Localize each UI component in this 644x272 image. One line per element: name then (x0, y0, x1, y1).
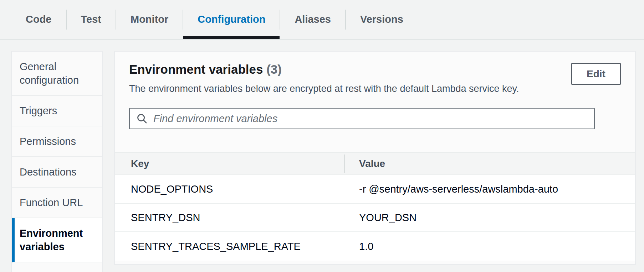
search-icon (136, 113, 148, 124)
configuration-sidebar: General configuration Triggers Permissio… (11, 51, 103, 272)
sidebar-item-triggers[interactable]: Triggers (12, 96, 102, 126)
function-tab-bar: Code Test Monitor Configuration Aliases … (0, 0, 644, 40)
env-var-key: NODE_OPTIONS (115, 183, 344, 195)
env-var-value: 1.0 (344, 241, 635, 252)
page-title: Environment variables (3) (129, 62, 621, 77)
panel-description: The environment variables below are encr… (129, 82, 621, 95)
search-input[interactable] (153, 113, 588, 125)
table-row: SENTRY_TRACES_SAMPLE_RATE 1.0 (115, 232, 635, 261)
tab-configuration[interactable]: Configuration (183, 0, 280, 39)
env-var-key: SENTRY_TRACES_SAMPLE_RATE (115, 241, 344, 252)
sidebar-item-destinations[interactable]: Destinations (12, 157, 102, 188)
tab-test[interactable]: Test (67, 0, 116, 39)
sidebar-item-general-configuration[interactable]: General configuration (12, 52, 102, 96)
lambda-configuration-page: { "tabs": [ { "label": "Code" }, { "labe… (0, 0, 644, 272)
table-row: SENTRY_DSN YOUR_DSN (115, 204, 635, 232)
column-header-key: Key (115, 158, 344, 169)
tab-code[interactable]: Code (11, 0, 66, 39)
sidebar-item-environment-variables[interactable]: Environment variables (12, 218, 102, 262)
sidebar-item-function-url[interactable]: Function URL (12, 188, 102, 218)
panel-header: Environment variables (3) The environmen… (115, 52, 635, 95)
page-title-text: Environment variables (129, 62, 263, 76)
search-box[interactable] (129, 108, 595, 129)
env-var-value: YOUR_DSN (344, 212, 635, 224)
environment-variables-table: Key Value NODE_OPTIONS -r @sentry/aws-se… (115, 152, 635, 261)
table-header-row: Key Value (115, 152, 635, 175)
env-var-value: -r @sentry/aws-serverless/awslambda-auto (344, 183, 635, 195)
tab-versions[interactable]: Versions (346, 0, 418, 39)
environment-variables-panel: Environment variables (3) The environmen… (114, 51, 636, 265)
tab-monitor[interactable]: Monitor (116, 0, 183, 39)
edit-button[interactable]: Edit (571, 63, 621, 85)
search-area (129, 108, 621, 129)
table-row: NODE_OPTIONS -r @sentry/aws-serverless/a… (115, 175, 635, 204)
env-var-key: SENTRY_DSN (115, 212, 344, 224)
column-header-value: Value (344, 158, 635, 169)
tab-aliases[interactable]: Aliases (280, 0, 345, 39)
sidebar-item-tags[interactable]: Tags (12, 262, 102, 272)
sidebar-item-permissions[interactable]: Permissions (12, 126, 102, 157)
page-title-count: (3) (266, 62, 282, 76)
